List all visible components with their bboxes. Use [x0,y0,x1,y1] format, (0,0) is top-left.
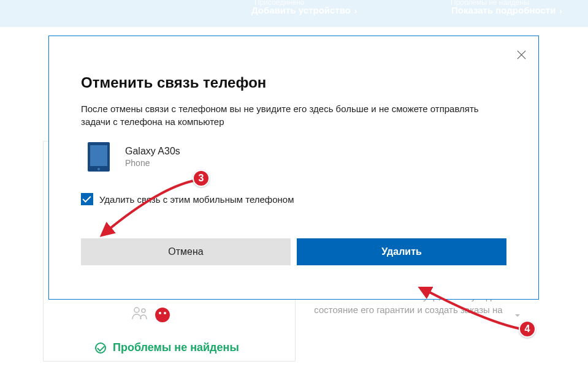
checkbox-row: Удалить связь с этим мобильным телефоном [81,193,506,205]
button-row: Отмена Удалить [81,238,506,265]
annotation-tag-3: 3 [193,170,210,187]
close-button[interactable] [511,45,531,64]
svg-point-0 [134,308,139,312]
top-banner: Присоединено Добавить устройство › Пробл… [0,0,588,27]
people-icon [132,306,149,323]
add-device-link[interactable]: Добавить устройство › [251,5,357,15]
delete-button[interactable]: Удалить [297,238,506,265]
tablet-icon [87,142,110,172]
device-row: Galaxy A30s Phone [87,142,506,172]
cancel-button[interactable]: Отмена [81,238,291,265]
svg-rect-3 [90,145,107,166]
alert-badge-icon [155,308,170,322]
dialog-title: Отменить связь телефон [81,74,506,91]
svg-point-4 [97,168,100,170]
no-problems-found: Проблемы не найдены [95,341,239,354]
checkbox-label: Удалить связь с этим мобильным телефоном [99,194,294,205]
chevron-down-icon [515,314,520,319]
device-type: Phone [125,158,180,168]
device-name: Galaxy A30s [125,146,180,157]
unlink-phone-dialog: Отменить связь телефон После отмены связ… [48,36,539,300]
unlink-checkbox[interactable] [81,193,93,205]
dialog-description: После отмены связи с телефоном вы не уви… [81,102,506,128]
people-icons [132,306,170,323]
annotation-tag-4: 4 [519,320,536,338]
show-details-link[interactable]: Показать подробности › [451,5,562,15]
check-icon [95,342,106,354]
svg-point-1 [142,309,145,312]
